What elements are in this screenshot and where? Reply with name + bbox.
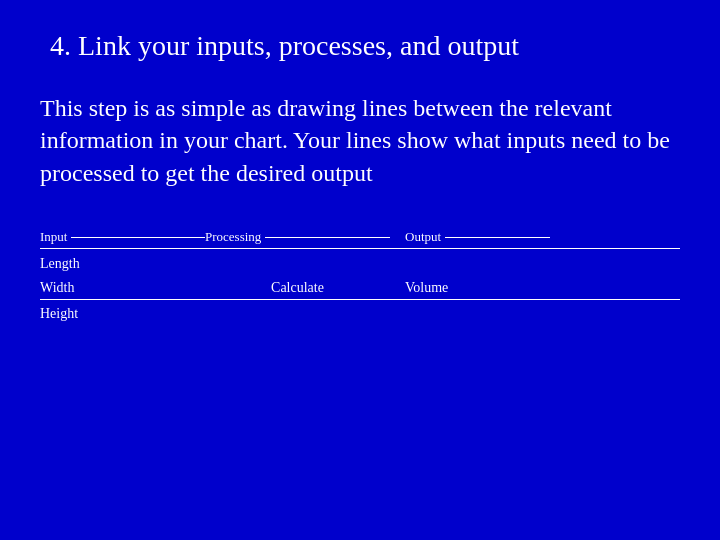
header-processing: Processing	[205, 229, 390, 245]
cell-input: Width	[40, 280, 205, 296]
cell-output: Volume	[390, 280, 550, 296]
header-output: Output	[390, 229, 550, 245]
slide-container: 4. Link your inputs, processes, and outp…	[0, 0, 720, 540]
slide-title: 4. Link your inputs, processes, and outp…	[50, 30, 680, 62]
header-output-line	[445, 237, 550, 238]
diagram-header-row: Input Processing Output	[40, 229, 680, 249]
table-row: Length	[40, 252, 680, 276]
slide-body-text: This step is as simple as drawing lines …	[40, 92, 680, 189]
header-processing-label: Processing	[205, 229, 261, 245]
header-output-label: Output	[405, 229, 441, 245]
table-row: Width Calculate Volume	[40, 276, 680, 300]
diagram: Input Processing Output Length Width Cal…	[40, 229, 680, 326]
header-input: Input	[40, 229, 205, 245]
header-input-label: Input	[40, 229, 67, 245]
header-input-line	[71, 237, 205, 238]
cell-processing: Calculate	[205, 280, 390, 296]
table-row: Height	[40, 302, 680, 326]
header-processing-line	[265, 237, 390, 238]
cell-input: Height	[40, 306, 205, 322]
cell-input: Length	[40, 256, 205, 272]
